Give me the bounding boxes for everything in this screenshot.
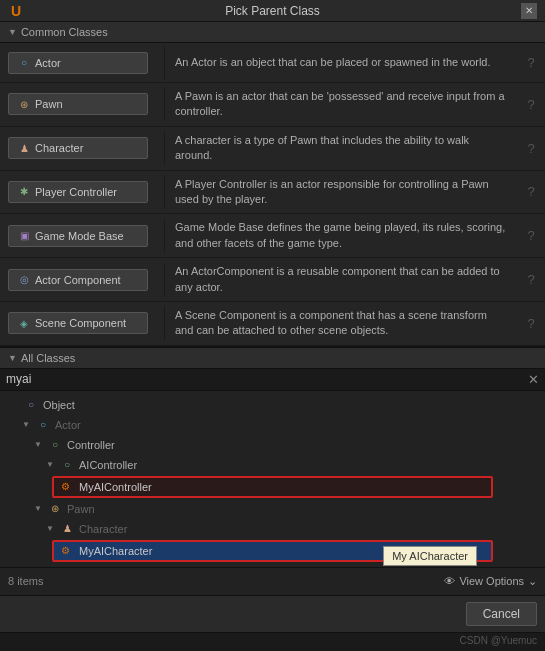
character-tree-icon: ♟	[60, 522, 74, 536]
aicontroller-icon: ○	[60, 458, 74, 472]
myaicharacter-label: MyAICharacter	[79, 545, 152, 557]
character-tree-arrow: ▼	[46, 524, 58, 533]
engine-icon: U	[8, 3, 24, 19]
all-classes-arrow-icon: ▼	[8, 353, 17, 363]
actor-help-icon[interactable]: ?	[517, 55, 545, 70]
tree-item-pawn[interactable]: ▼ ⊛ Pawn	[0, 499, 545, 519]
view-options-chevron-icon: ⌄	[528, 575, 537, 588]
search-clear-icon[interactable]: ✕	[528, 372, 539, 387]
character-tree-label: Character	[79, 523, 127, 535]
tree-item-controller[interactable]: ▼ ○ Controller	[0, 435, 545, 455]
scenecomp-icon: ◈	[17, 316, 31, 330]
item-count: 8 items	[8, 575, 43, 587]
player-controller-help-icon[interactable]: ?	[517, 184, 545, 199]
search-input[interactable]	[6, 372, 524, 386]
object-label: Object	[43, 399, 75, 411]
footer: CSDN @Yuemuc	[0, 632, 545, 648]
player-controller-desc: A Player Controller is an actor responsi…	[165, 171, 517, 214]
myaicharacter-icon: ⚙	[58, 544, 72, 558]
gamemode-help-icon[interactable]: ?	[517, 228, 545, 243]
tree-item-object[interactable]: ○ Object	[0, 395, 545, 415]
player-controller-label: Player Controller	[35, 186, 117, 198]
window-title: Pick Parent Class	[225, 4, 320, 18]
actor-tree-arrow: ▼	[22, 420, 34, 429]
pawn-help-icon[interactable]: ?	[517, 97, 545, 112]
gamemode-label: Game Mode Base	[35, 230, 124, 242]
all-classes-header: ▼ All Classes	[0, 348, 545, 369]
list-item: ◎ Actor Component An ActorComponent is a…	[0, 258, 545, 302]
character-button[interactable]: ♟ Character	[8, 137, 148, 159]
bottom-bar: Cancel	[0, 595, 545, 632]
gamemode-button[interactable]: ▣ Game Mode Base	[8, 225, 148, 247]
character-icon: ♟	[17, 141, 31, 155]
object-icon: ○	[24, 398, 38, 412]
tooltip-box: My AICharacter	[383, 546, 477, 566]
actor-tree-icon: ○	[36, 418, 50, 432]
eye-icon: 👁	[444, 575, 455, 587]
actor-desc: An Actor is an object that can be placed…	[165, 49, 517, 76]
actorcomp-desc: An ActorComponent is a reusable componen…	[165, 258, 517, 301]
pawn-desc: A Pawn is an actor that can be 'possesse…	[165, 83, 517, 126]
player-controller-item-left: ✱ Player Controller	[0, 175, 165, 209]
player-controller-icon: ✱	[17, 185, 31, 199]
actor-button[interactable]: ○ Actor	[8, 52, 148, 74]
actorcomp-item-left: ◎ Actor Component	[0, 263, 165, 297]
list-item: ▣ Game Mode Base Game Mode Base defines …	[0, 214, 545, 258]
gamemode-item-left: ▣ Game Mode Base	[0, 219, 165, 253]
scenecomp-help-icon[interactable]: ?	[517, 316, 545, 331]
pawn-button[interactable]: ⊛ Pawn	[8, 93, 148, 115]
search-bar: ✕	[0, 369, 545, 391]
title-bar: U Pick Parent Class ✕	[0, 0, 545, 22]
character-desc: A character is a type of Pawn that inclu…	[165, 127, 517, 170]
tree-item-character[interactable]: ▼ ♟ Character	[0, 519, 545, 539]
list-item: ♟ Character A character is a type of Paw…	[0, 127, 545, 171]
actorcomp-label: Actor Component	[35, 274, 121, 286]
controller-icon: ○	[48, 438, 62, 452]
pawn-item-left: ⊛ Pawn	[0, 87, 165, 121]
controller-arrow: ▼	[34, 440, 46, 449]
scenecomp-item-left: ◈ Scene Component	[0, 306, 165, 340]
scenecomp-label: Scene Component	[35, 317, 126, 329]
pawn-tree-arrow: ▼	[34, 504, 46, 513]
aicontroller-arrow: ▼	[46, 460, 58, 469]
close-button[interactable]: ✕	[521, 3, 537, 19]
pawn-tree-icon: ⊛	[48, 502, 62, 516]
controller-label: Controller	[67, 439, 115, 451]
view-options-button[interactable]: 👁 View Options ⌄	[444, 575, 537, 588]
actor-item-left: ○ Actor	[0, 46, 165, 80]
all-classes-section: ▼ All Classes ✕ ○ Object ▼ ○ Actor ▼ ○ C…	[0, 346, 545, 595]
common-classes-label: Common Classes	[21, 26, 108, 38]
actor-icon: ○	[17, 56, 31, 70]
common-classes-header: ▼ Common Classes	[0, 22, 545, 43]
scenecomp-button[interactable]: ◈ Scene Component	[8, 312, 148, 334]
myaicontroller-label: MyAIController	[79, 481, 152, 493]
gamemode-desc: Game Mode Base defines the game being pl…	[165, 214, 517, 257]
view-options-label: View Options	[459, 575, 524, 587]
actor-tree-label: Actor	[55, 419, 81, 431]
all-classes-label: All Classes	[21, 352, 75, 364]
actorcomp-help-icon[interactable]: ?	[517, 272, 545, 287]
tree-item-actor[interactable]: ▼ ○ Actor	[0, 415, 545, 435]
status-bar: 8 items My AICharacter 👁 View Options ⌄	[0, 567, 545, 595]
character-help-icon[interactable]: ?	[517, 141, 545, 156]
list-item: ✱ Player Controller A Player Controller …	[0, 171, 545, 215]
player-controller-button[interactable]: ✱ Player Controller	[8, 181, 148, 203]
tree-item-aicontroller[interactable]: ▼ ○ AIController	[0, 455, 545, 475]
gamemode-icon: ▣	[17, 229, 31, 243]
myaicontroller-icon: ⚙	[58, 480, 72, 494]
pawn-label: Pawn	[35, 98, 63, 110]
arrow-icon: ▼	[8, 27, 17, 37]
footer-text: CSDN @Yuemuc	[460, 635, 537, 646]
tree-item-myaicontroller[interactable]: ⚙ MyAIController	[52, 476, 493, 498]
actor-label: Actor	[35, 57, 61, 69]
class-tree: ○ Object ▼ ○ Actor ▼ ○ Controller ▼ ○ AI…	[0, 391, 545, 567]
actorcomp-button[interactable]: ◎ Actor Component	[8, 269, 148, 291]
aicontroller-label: AIController	[79, 459, 137, 471]
list-item: ○ Actor An Actor is an object that can b…	[0, 43, 545, 83]
scenecomp-desc: A Scene Component is a component that ha…	[165, 302, 517, 345]
character-item-left: ♟ Character	[0, 131, 165, 165]
cancel-button[interactable]: Cancel	[466, 602, 537, 626]
pawn-tree-label: Pawn	[67, 503, 95, 515]
list-item: ⊛ Pawn A Pawn is an actor that can be 'p…	[0, 83, 545, 127]
pawn-icon: ⊛	[17, 97, 31, 111]
